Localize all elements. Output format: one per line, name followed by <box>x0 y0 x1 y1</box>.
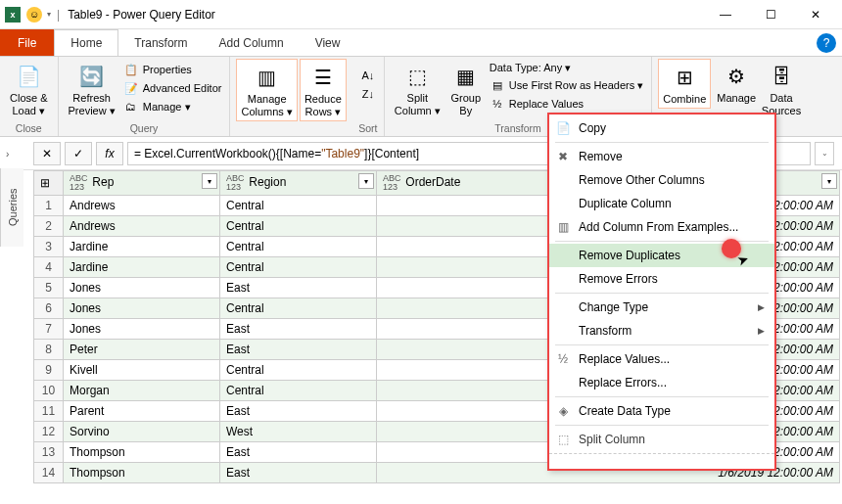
row-number[interactable]: 12 <box>34 422 64 442</box>
cell-region[interactable]: Central <box>220 360 377 381</box>
advanced-editor-button[interactable]: 📝Advanced Editor <box>121 79 224 97</box>
menu-replace-errors[interactable]: Replace Errors... <box>549 371 774 394</box>
column-filter-rep[interactable]: ▾ <box>202 173 217 189</box>
row-number[interactable]: 10 <box>34 381 64 401</box>
cell-region[interactable]: East <box>220 278 377 298</box>
cell-region[interactable]: Central <box>220 381 377 401</box>
row-number[interactable]: 2 <box>34 216 64 237</box>
row-number[interactable]: 14 <box>34 463 64 483</box>
qat-dropdown[interactable]: ▾ <box>47 10 51 19</box>
formula-confirm-button[interactable]: ✓ <box>65 142 92 165</box>
fx-label: fx <box>105 147 114 160</box>
cell-rep[interactable]: Andrews <box>64 216 220 237</box>
menu-remove-other[interactable]: Remove Other Columns <box>549 168 774 192</box>
reduce-rows-button[interactable]: ☰ Reduce Rows ▾ <box>300 59 347 121</box>
row-number[interactable]: 4 <box>34 257 64 278</box>
tab-add-column[interactable]: Add Column <box>204 29 300 56</box>
tab-transform[interactable]: Transform <box>118 29 203 56</box>
menu-split-column[interactable]: ⬚Split Column <box>549 428 774 451</box>
column-header-region[interactable]: ABC 123 Region ▾ <box>220 171 377 196</box>
cell-region[interactable]: East <box>220 401 377 422</box>
column-filter-orderdate[interactable]: ▾ <box>821 173 837 189</box>
row-number[interactable]: 9 <box>34 360 64 381</box>
cell-region[interactable]: Central <box>220 237 377 257</box>
close-window-button[interactable]: ✕ <box>793 0 838 29</box>
help-icon[interactable]: ? <box>817 33 836 53</box>
combine-button[interactable]: ⊞ Combine <box>658 59 711 109</box>
fx-button[interactable]: fx <box>96 142 123 165</box>
split-column-button[interactable]: ⬚ Split Column ▾ <box>391 59 444 119</box>
properties-button[interactable]: 📋Properties <box>121 61 194 78</box>
menu-replace-values[interactable]: ½Replace Values... <box>549 347 774 371</box>
sort-desc-button[interactable]: Z↓ <box>358 85 378 103</box>
cell-region[interactable]: Central <box>220 196 377 216</box>
sort-asc-button[interactable]: A↓ <box>358 67 378 84</box>
manage-params-label: Manage <box>717 92 756 105</box>
menu-add-from-examples[interactable]: ▥Add Column From Examples... <box>549 215 774 239</box>
menu-transform[interactable]: Transform▶ <box>549 319 774 343</box>
cell-rep[interactable]: Jardine <box>64 257 220 278</box>
cell-region[interactable]: Central <box>220 257 377 278</box>
column-header-rep[interactable]: ABC 123 Rep ▾ <box>64 171 220 196</box>
cell-region[interactable]: Central <box>220 216 377 237</box>
column-filter-region[interactable]: ▾ <box>358 173 374 189</box>
menu-create-dt-label: Create Data Type <box>579 404 671 418</box>
menu-duplicate[interactable]: Duplicate Column <box>549 192 774 215</box>
ribbon-tabs: File Home Transform Add Column View ? <box>0 29 842 57</box>
row-number[interactable]: 1 <box>34 196 64 216</box>
formula-expand-button[interactable]: ⌄ <box>815 142 834 165</box>
cell-rep[interactable]: Thompson <box>64 442 220 463</box>
row-number[interactable]: 6 <box>34 298 64 319</box>
menu-remove-errors[interactable]: Remove Errors <box>549 267 774 291</box>
minimize-button[interactable]: — <box>703 0 748 29</box>
row-number[interactable]: 5 <box>34 278 64 298</box>
row-number[interactable]: 11 <box>34 401 64 422</box>
formula-cancel-button[interactable]: ✕ <box>33 142 61 165</box>
cell-rep[interactable]: Andrews <box>64 196 220 216</box>
cell-region[interactable]: Central <box>220 298 377 319</box>
manage-params-button[interactable]: ⚙ Manage <box>713 59 760 107</box>
table-corner[interactable]: ⊞ <box>34 171 64 196</box>
cell-rep[interactable]: Peter <box>64 340 220 360</box>
row-number[interactable]: 8 <box>34 340 64 360</box>
menu-remove[interactable]: ✖Remove <box>549 145 774 168</box>
cell-rep[interactable]: Parent <box>64 401 220 422</box>
cell-region[interactable]: East <box>220 340 377 360</box>
cell-rep[interactable]: Sorvino <box>64 422 220 442</box>
tab-view[interactable]: View <box>300 29 356 56</box>
replace-values-button[interactable]: ½Replace Values <box>488 95 585 113</box>
queries-expand-chevron[interactable]: › <box>6 149 9 160</box>
manage-columns-button[interactable]: ▥ Manage Columns ▾ <box>236 59 297 121</box>
menu-create-data-type[interactable]: ◈Create Data Type <box>549 399 774 423</box>
cell-region[interactable]: East <box>220 463 377 483</box>
maximize-button[interactable]: ☐ <box>748 0 793 29</box>
group-by-button[interactable]: ▦ Group By <box>446 59 486 119</box>
use-first-row-button[interactable]: ▤Use First Row as Headers ▾ <box>488 76 645 94</box>
data-type-button[interactable]: Data Type: Any ▾ <box>488 61 573 75</box>
cell-rep[interactable]: Jardine <box>64 237 220 257</box>
cell-rep[interactable]: Jones <box>64 319 220 340</box>
cell-region[interactable]: East <box>220 442 377 463</box>
cell-rep[interactable]: Jones <box>64 278 220 298</box>
split-column-icon: ⬚ <box>401 61 433 92</box>
cell-rep[interactable]: Jones <box>64 298 220 319</box>
cell-rep[interactable]: Kivell <box>64 360 220 381</box>
manage-button[interactable]: 🗂Manage ▾ <box>121 98 193 115</box>
formula-pre: = Excel.CurrentWorkbook(){[Name= <box>134 147 321 160</box>
tab-file[interactable]: File <box>0 29 54 56</box>
data-sources-button[interactable]: 🗄 Data Sources <box>762 59 801 119</box>
menu-copy[interactable]: 📄Copy <box>549 116 774 140</box>
cell-region[interactable]: West <box>220 422 377 442</box>
row-number[interactable]: 7 <box>34 319 64 340</box>
cell-rep[interactable]: Thompson <box>64 463 220 483</box>
row-number[interactable]: 3 <box>34 237 64 257</box>
smiley-icon[interactable]: ☺ <box>25 6 43 23</box>
tab-home[interactable]: Home <box>54 29 118 56</box>
menu-change-type[interactable]: Change Type▶ <box>549 296 774 319</box>
cell-region[interactable]: East <box>220 319 377 340</box>
close-and-load-button[interactable]: 📄 Close & Load ▾ <box>6 59 52 119</box>
row-number[interactable]: 13 <box>34 442 64 463</box>
cell-rep[interactable]: Morgan <box>64 381 220 401</box>
queries-pane-tab[interactable]: Queries <box>0 168 23 247</box>
refresh-preview-button[interactable]: 🔄 Refresh Preview ▾ <box>65 59 119 119</box>
